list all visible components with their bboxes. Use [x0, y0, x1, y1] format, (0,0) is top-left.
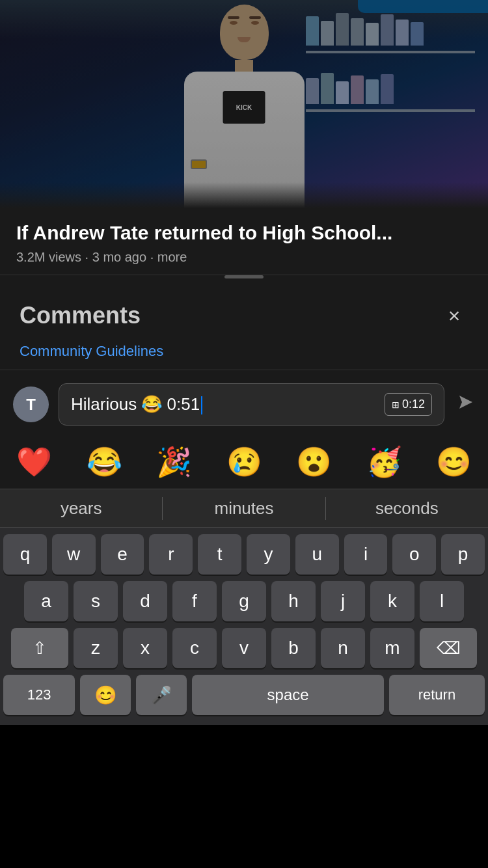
key-i[interactable]: i	[344, 534, 388, 575]
user-avatar: T	[13, 387, 49, 422]
backspace-icon: ⌫	[437, 638, 461, 658]
key-s[interactable]: s	[74, 581, 118, 621]
comment-input-box[interactable]: Hilarious 😂 0:51 ⊞ 0:12	[59, 383, 444, 426]
backspace-key[interactable]: ⌫	[420, 628, 477, 668]
key-z[interactable]: z	[74, 628, 118, 668]
space-key[interactable]: space	[192, 675, 383, 715]
more-link[interactable]: more	[157, 250, 187, 264]
return-key[interactable]: return	[389, 675, 485, 715]
key-g[interactable]: g	[222, 581, 266, 621]
emoji-laugh[interactable]: 😂	[87, 445, 122, 479]
autocomplete-seconds[interactable]: seconds	[326, 492, 488, 525]
key-h[interactable]: h	[271, 581, 316, 621]
key-y[interactable]: y	[247, 534, 290, 575]
comments-heading: Comments	[20, 302, 141, 329]
key-d[interactable]: d	[123, 581, 167, 621]
key-x[interactable]: x	[123, 628, 167, 668]
timestamp-button[interactable]: ⊞ 0:12	[385, 393, 432, 416]
text-cursor	[201, 396, 202, 414]
keyboard-row-1: q w e r t y u i o p	[3, 534, 485, 575]
comment-text[interactable]: Hilarious 😂 0:51	[71, 394, 378, 414]
timestamp-label: 0:12	[402, 398, 425, 411]
emoji-heart[interactable]: ❤️	[16, 445, 52, 479]
autocomplete-years[interactable]: years	[0, 492, 162, 525]
comments-panel: Comments × Community Guidelines	[0, 275, 488, 370]
key-c[interactable]: c	[172, 628, 217, 668]
keyboard: q w e r t y u i o p a s d f g h j k l ⇧ …	[0, 528, 488, 725]
emoji-party-face[interactable]: 🥳	[366, 445, 402, 479]
key-l[interactable]: l	[420, 581, 464, 621]
view-count: 3.2M views · 3 mo ago ·	[16, 250, 157, 264]
video-meta: 3.2M views · 3 mo ago · more	[16, 250, 472, 265]
emoji-surprised[interactable]: 😮	[296, 445, 332, 479]
shift-icon: ⇧	[33, 638, 47, 658]
emoji-bar: ❤️ 😂 🎉 😢 😮 🥳 😊	[0, 439, 488, 489]
video-title-area: If Andrew Tate returned to High School..…	[0, 208, 488, 275]
key-u[interactable]: u	[295, 534, 339, 575]
shift-key[interactable]: ⇧	[11, 628, 68, 668]
key-r[interactable]: r	[149, 534, 193, 575]
numbers-key[interactable]: 123	[3, 675, 75, 715]
key-w[interactable]: w	[52, 534, 96, 575]
timestamp-icon: ⊞	[392, 400, 400, 410]
community-guidelines-link[interactable]: Community Guidelines	[0, 343, 488, 370]
key-k[interactable]: k	[370, 581, 414, 621]
emoji-party[interactable]: 🎉	[156, 445, 192, 479]
key-f[interactable]: f	[172, 581, 217, 621]
autocomplete-bar: years minutes seconds	[0, 489, 488, 528]
drag-handle[interactable]	[224, 275, 264, 278]
emoji-smile[interactable]: 😊	[436, 445, 472, 479]
key-v[interactable]: v	[222, 628, 266, 668]
keyboard-row-4: 123 😊 🎤 space return	[3, 675, 485, 715]
keyboard-row-2: a s d f g h j k l	[3, 581, 485, 621]
key-a[interactable]: a	[24, 581, 68, 621]
emoji-cry[interactable]: 😢	[226, 445, 262, 479]
key-m[interactable]: m	[370, 628, 414, 668]
video-player[interactable]: KICK	[0, 0, 488, 208]
key-t[interactable]: t	[198, 534, 241, 575]
close-button[interactable]: ×	[440, 301, 468, 330]
emoji-key[interactable]: 😊	[80, 675, 131, 715]
mic-key[interactable]: 🎤	[136, 675, 187, 715]
key-o[interactable]: o	[392, 534, 436, 575]
key-e[interactable]: e	[101, 534, 144, 575]
comment-input-area: T Hilarious 😂 0:51 ⊞ 0:12	[0, 370, 488, 439]
key-p[interactable]: p	[441, 534, 485, 575]
key-q[interactable]: q	[3, 534, 47, 575]
send-button[interactable]	[454, 392, 475, 418]
video-title: If Andrew Tate returned to High School..…	[16, 221, 472, 245]
autocomplete-minutes[interactable]: minutes	[163, 492, 325, 525]
key-j[interactable]: j	[321, 581, 365, 621]
key-n[interactable]: n	[321, 628, 365, 668]
keyboard-row-3: ⇧ z x c v b n m ⌫	[3, 628, 485, 668]
key-b[interactable]: b	[271, 628, 316, 668]
comments-header: Comments ×	[0, 285, 488, 343]
